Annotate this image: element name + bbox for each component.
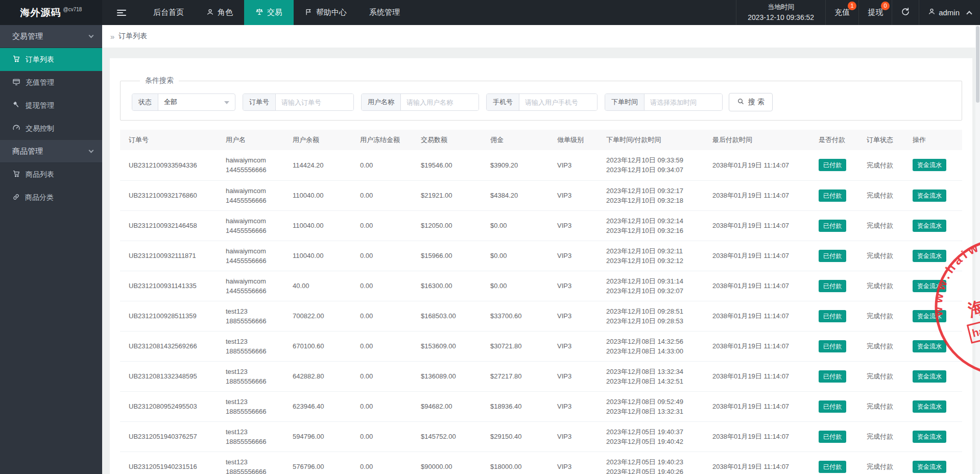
paid-badge[interactable]: 已付款 <box>819 280 846 292</box>
cell-balance: 110040.00 <box>284 180 351 210</box>
order-time-filter-group: 下单时间 <box>605 93 723 111</box>
chevron-down-icon <box>89 148 94 153</box>
nav-help-label: 帮助中心 <box>316 8 347 17</box>
cell-status: 完成付款 <box>858 391 904 421</box>
withdraw-badge: 0 <box>881 2 890 10</box>
order-row: UB2312100933594336haiwaiymcom14455556666… <box>120 150 962 180</box>
cell-action: 资金流水 <box>904 150 962 180</box>
recharge-button[interactable]: 充值 1 <box>825 0 858 25</box>
paid-badge[interactable]: 已付款 <box>819 189 846 202</box>
fund-flow-button[interactable]: 资金流水 <box>913 340 946 352</box>
sidebar-item-recharge-mgmt[interactable]: 充值管理 <box>0 71 102 94</box>
cell-times: 2023年12月08日 09:52:492023年12月08日 13:32:31 <box>597 391 704 421</box>
sidebar-item-order-list[interactable]: 订单列表 <box>0 48 102 71</box>
cell-action: 资金流水 <box>904 331 962 361</box>
scrollbar[interactable] <box>975 25 980 474</box>
column-header: 订单状态 <box>858 130 904 150</box>
order-row: UB2312100932146458haiwaiymcom14455556666… <box>120 210 962 241</box>
cell-frozen: 0.00 <box>351 361 412 391</box>
column-header: 最后付款时间 <box>704 130 810 150</box>
cell-order-no: UB2312100932176860 <box>120 180 217 210</box>
nav-system[interactable]: 系统管理 <box>358 0 411 25</box>
cell-balance: 700822.00 <box>284 301 351 331</box>
cell-level: VIP3 <box>548 331 597 361</box>
search-button[interactable]: 搜 索 <box>729 93 773 111</box>
admin-menu[interactable]: admin <box>919 0 980 25</box>
order-no-input[interactable] <box>276 94 353 110</box>
paid-badge[interactable]: 已付款 <box>819 310 846 322</box>
content-panel: 条件搜索 状态 全部 订单号 用户名称 手 <box>110 58 972 474</box>
paid-badge[interactable]: 已付款 <box>819 220 846 232</box>
cell-status: 完成付款 <box>858 331 904 361</box>
fund-flow-button[interactable]: 资金流水 <box>913 280 946 292</box>
fund-flow-button[interactable]: 资金流水 <box>913 189 946 202</box>
cell-status: 完成付款 <box>858 180 904 210</box>
local-time-label: 当地时间 <box>768 2 794 12</box>
phone-input[interactable] <box>519 94 597 110</box>
sidebar-item-recharge-mgmt-label: 充值管理 <box>26 78 54 87</box>
order-table: 订单号用户名用户余额用户冻结金额交易数额佣金做单级别下单时间/付款时间最后付款时… <box>120 130 962 474</box>
fund-flow-button[interactable]: 资金流水 <box>913 250 946 262</box>
status-select[interactable]: 全部 <box>158 94 235 110</box>
menu-toggle-icon[interactable] <box>108 0 135 25</box>
cell-frozen: 0.00 <box>351 421 412 452</box>
cell-username: test12318855556666 <box>217 331 284 361</box>
cell-username: haiwaiymcom14455556666 <box>217 241 284 271</box>
order-time-input[interactable] <box>644 94 722 110</box>
nav-trade[interactable]: 交易 <box>244 0 294 25</box>
app-version: @cv718 <box>63 7 82 12</box>
sidebar-group-goods[interactable]: 商品管理 <box>0 140 102 163</box>
paid-badge[interactable]: 已付款 <box>819 250 846 262</box>
cell-level: VIP3 <box>548 150 597 180</box>
fund-flow-button[interactable]: 资金流水 <box>913 431 946 443</box>
paid-badge[interactable]: 已付款 <box>819 431 846 443</box>
status-label: 状态 <box>132 94 158 110</box>
sidebar-item-goods-list[interactable]: 商品列表 <box>0 163 102 186</box>
cell-paid: 已付款 <box>810 391 858 421</box>
nav-dashboard[interactable]: 后台首页 <box>142 0 195 25</box>
fund-flow-button[interactable]: 资金流水 <box>913 400 946 413</box>
fund-flow-button[interactable]: 资金流水 <box>913 310 946 322</box>
nav-roles[interactable]: 角色 <box>195 0 244 25</box>
cell-times: 2023年12月08日 13:32:342023年12月08日 14:32:51 <box>597 361 704 391</box>
order-no-filter-group: 订单号 <box>243 93 354 111</box>
cell-status: 完成付款 <box>858 301 904 331</box>
paid-badge[interactable]: 已付款 <box>819 461 846 473</box>
scrollbar-thumb[interactable] <box>976 26 979 103</box>
fund-flow-button[interactable]: 资金流水 <box>913 370 946 383</box>
app-logo[interactable]: 海外源码 @cv718 <box>0 0 102 25</box>
fund-flow-button[interactable]: 资金流水 <box>913 461 946 473</box>
cell-action: 资金流水 <box>904 180 962 210</box>
cell-level: VIP3 <box>548 241 597 271</box>
sidebar-item-trade-control[interactable]: 交易控制 <box>0 117 102 140</box>
order-row: UB2312100932111871haiwaiymcom14455556666… <box>120 241 962 271</box>
cell-balance: 110040.00 <box>284 210 351 241</box>
recharge-badge: 1 <box>848 2 856 10</box>
refresh-button[interactable] <box>892 0 919 25</box>
withdraw-button[interactable]: 提现 0 <box>858 0 892 25</box>
nav-system-label: 系统管理 <box>369 8 400 17</box>
sidebar-item-goods-category[interactable]: 商品分类 <box>0 186 102 209</box>
paid-badge[interactable]: 已付款 <box>819 159 846 171</box>
gavel-icon <box>12 101 20 110</box>
cell-order-no: UB2312100933594336 <box>120 150 217 180</box>
fund-flow-button[interactable]: 资金流水 <box>913 220 946 232</box>
fund-flow-button[interactable]: 资金流水 <box>913 159 946 171</box>
sidebar-item-withdraw-mgmt[interactable]: 提现管理 <box>0 94 102 117</box>
cell-balance: 670100.60 <box>284 331 351 361</box>
order-time-label: 下单时间 <box>605 94 644 110</box>
nav-help[interactable]: 帮助中心 <box>294 0 358 25</box>
sidebar-item-withdraw-mgmt-label: 提现管理 <box>26 101 54 110</box>
paid-badge[interactable]: 已付款 <box>819 370 846 383</box>
cell-level: VIP3 <box>548 301 597 331</box>
paid-badge[interactable]: 已付款 <box>819 340 846 352</box>
cell-status: 完成付款 <box>858 452 904 474</box>
cell-username: haiwaiymcom14455556666 <box>217 271 284 301</box>
user-icon <box>206 8 214 17</box>
paid-badge[interactable]: 已付款 <box>819 400 846 413</box>
sidebar-group-trade[interactable]: 交易管理 <box>0 25 102 48</box>
cell-paid: 已付款 <box>810 150 858 180</box>
caret-down-icon <box>224 101 229 107</box>
status-selected-value: 全部 <box>164 98 177 107</box>
username-input[interactable] <box>401 94 479 110</box>
